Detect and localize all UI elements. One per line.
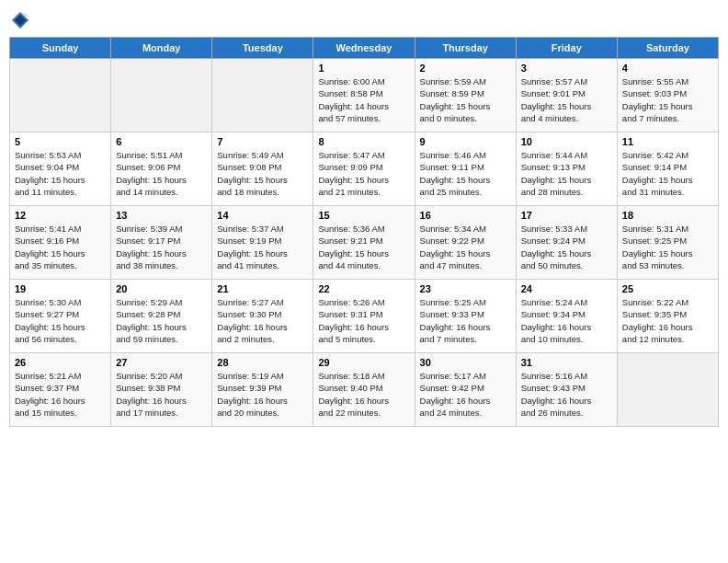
calendar-cell: 2Sunrise: 5:59 AM Sunset: 8:59 PM Daylig… [415,59,516,132]
day-number: 17 [521,210,612,221]
calendar-cell: 16Sunrise: 5:34 AM Sunset: 9:22 PM Dayli… [415,206,516,280]
day-header-sunday: Sunday [10,38,111,59]
day-info: Sunrise: 5:24 AM Sunset: 9:34 PM Dayligh… [521,296,612,345]
day-info: Sunrise: 5:37 AM Sunset: 9:19 PM Dayligh… [217,223,308,271]
calendar-cell: 29Sunrise: 5:18 AM Sunset: 9:40 PM Dayli… [313,353,415,427]
calendar-header-row: SundayMondayTuesdayWednesdayThursdayFrid… [10,38,719,59]
day-info: Sunrise: 5:29 AM Sunset: 9:28 PM Dayligh… [116,296,207,345]
day-info: Sunrise: 5:17 AM Sunset: 9:42 PM Dayligh… [420,370,511,419]
day-info: Sunrise: 5:39 AM Sunset: 9:17 PM Dayligh… [116,223,207,271]
day-number: 1 [318,63,409,74]
day-info: Sunrise: 5:34 AM Sunset: 9:22 PM Dayligh… [420,223,511,271]
calendar-cell: 6Sunrise: 5:51 AM Sunset: 9:06 PM Daylig… [111,132,212,206]
calendar-cell: 31Sunrise: 5:16 AM Sunset: 9:43 PM Dayli… [516,353,617,427]
day-number: 7 [217,136,308,147]
calendar-cell: 4Sunrise: 5:55 AM Sunset: 9:03 PM Daylig… [617,59,718,132]
calendar-cell: 24Sunrise: 5:24 AM Sunset: 9:34 PM Dayli… [516,280,617,353]
day-number: 8 [318,136,409,147]
day-number: 18 [622,210,713,221]
day-number: 28 [217,357,308,368]
day-info: Sunrise: 5:30 AM Sunset: 9:27 PM Dayligh… [15,296,106,345]
day-info: Sunrise: 5:42 AM Sunset: 9:14 PM Dayligh… [622,149,713,198]
day-header-monday: Monday [111,38,212,59]
day-number: 19 [15,283,106,294]
day-info: Sunrise: 5:27 AM Sunset: 9:30 PM Dayligh… [217,296,308,345]
calendar-cell: 27Sunrise: 5:20 AM Sunset: 9:38 PM Dayli… [111,353,212,427]
calendar-cell: 11Sunrise: 5:42 AM Sunset: 9:14 PM Dayli… [617,132,718,206]
day-info: Sunrise: 5:31 AM Sunset: 9:25 PM Dayligh… [622,223,713,271]
day-info: Sunrise: 5:21 AM Sunset: 9:37 PM Dayligh… [15,370,106,419]
calendar-cell: 21Sunrise: 5:27 AM Sunset: 9:30 PM Dayli… [212,280,313,353]
calendar-cell: 3Sunrise: 5:57 AM Sunset: 9:01 PM Daylig… [516,59,617,132]
day-number: 12 [15,210,106,221]
calendar-week-4: 19Sunrise: 5:30 AM Sunset: 9:27 PM Dayli… [10,280,719,353]
day-info: Sunrise: 5:57 AM Sunset: 9:01 PM Dayligh… [521,75,612,124]
day-number: 27 [116,357,207,368]
day-info: Sunrise: 6:00 AM Sunset: 8:58 PM Dayligh… [318,75,409,124]
day-number: 29 [318,357,409,368]
day-number: 13 [116,210,207,221]
day-info: Sunrise: 5:47 AM Sunset: 9:09 PM Dayligh… [318,149,409,198]
calendar-cell: 5Sunrise: 5:53 AM Sunset: 9:04 PM Daylig… [10,132,111,206]
day-number: 15 [318,210,409,221]
calendar-week-1: 1Sunrise: 6:00 AM Sunset: 8:58 PM Daylig… [10,59,719,132]
calendar-cell: 23Sunrise: 5:25 AM Sunset: 9:33 PM Dayli… [415,280,516,353]
calendar-cell [111,59,212,132]
calendar-cell: 28Sunrise: 5:19 AM Sunset: 9:39 PM Dayli… [212,353,313,427]
calendar-cell: 7Sunrise: 5:49 AM Sunset: 9:08 PM Daylig… [212,132,313,206]
logo [9,9,35,31]
calendar-cell: 9Sunrise: 5:46 AM Sunset: 9:11 PM Daylig… [415,132,516,206]
page-header [9,9,719,31]
day-number: 22 [318,283,409,294]
day-number: 31 [521,357,612,368]
day-number: 23 [420,283,511,294]
logo-icon [9,9,31,31]
calendar-week-3: 12Sunrise: 5:41 AM Sunset: 9:16 PM Dayli… [10,206,719,280]
day-number: 9 [420,136,511,147]
day-number: 11 [622,136,713,147]
day-number: 26 [15,357,106,368]
day-number: 2 [420,63,511,74]
calendar-cell: 19Sunrise: 5:30 AM Sunset: 9:27 PM Dayli… [10,280,111,353]
day-info: Sunrise: 5:36 AM Sunset: 9:21 PM Dayligh… [318,223,409,271]
calendar-cell: 15Sunrise: 5:36 AM Sunset: 9:21 PM Dayli… [313,206,415,280]
day-header-thursday: Thursday [415,38,516,59]
day-number: 21 [217,283,308,294]
day-number: 30 [420,357,511,368]
day-info: Sunrise: 5:46 AM Sunset: 9:11 PM Dayligh… [420,149,511,198]
calendar-cell: 12Sunrise: 5:41 AM Sunset: 9:16 PM Dayli… [10,206,111,280]
day-info: Sunrise: 5:44 AM Sunset: 9:13 PM Dayligh… [521,149,612,198]
calendar-cell [617,353,718,427]
day-number: 25 [622,283,713,294]
day-info: Sunrise: 5:16 AM Sunset: 9:43 PM Dayligh… [521,370,612,419]
day-info: Sunrise: 5:26 AM Sunset: 9:31 PM Dayligh… [318,296,409,345]
calendar-cell: 20Sunrise: 5:29 AM Sunset: 9:28 PM Dayli… [111,280,212,353]
calendar-cell: 26Sunrise: 5:21 AM Sunset: 9:37 PM Dayli… [10,353,111,427]
calendar-cell: 13Sunrise: 5:39 AM Sunset: 9:17 PM Dayli… [111,206,212,280]
day-info: Sunrise: 5:53 AM Sunset: 9:04 PM Dayligh… [15,149,106,198]
day-header-wednesday: Wednesday [313,38,415,59]
calendar-cell: 18Sunrise: 5:31 AM Sunset: 9:25 PM Dayli… [617,206,718,280]
day-header-saturday: Saturday [617,38,718,59]
calendar-cell: 17Sunrise: 5:33 AM Sunset: 9:24 PM Dayli… [516,206,617,280]
day-info: Sunrise: 5:33 AM Sunset: 9:24 PM Dayligh… [521,223,612,271]
calendar-cell: 25Sunrise: 5:22 AM Sunset: 9:35 PM Dayli… [617,280,718,353]
day-header-tuesday: Tuesday [212,38,313,59]
calendar-cell [212,59,313,132]
day-info: Sunrise: 5:41 AM Sunset: 9:16 PM Dayligh… [15,223,106,271]
calendar-cell [10,59,111,132]
day-number: 3 [521,63,612,74]
day-info: Sunrise: 5:51 AM Sunset: 9:06 PM Dayligh… [116,149,207,198]
calendar-cell: 10Sunrise: 5:44 AM Sunset: 9:13 PM Dayli… [516,132,617,206]
calendar-cell: 22Sunrise: 5:26 AM Sunset: 9:31 PM Dayli… [313,280,415,353]
calendar-week-5: 26Sunrise: 5:21 AM Sunset: 9:37 PM Dayli… [10,353,719,427]
day-info: Sunrise: 5:18 AM Sunset: 9:40 PM Dayligh… [318,370,409,419]
day-header-friday: Friday [516,38,617,59]
day-info: Sunrise: 5:19 AM Sunset: 9:39 PM Dayligh… [217,370,308,419]
day-number: 14 [217,210,308,221]
calendar-week-2: 5Sunrise: 5:53 AM Sunset: 9:04 PM Daylig… [10,132,719,206]
day-number: 5 [15,136,106,147]
day-number: 20 [116,283,207,294]
day-number: 24 [521,283,612,294]
day-number: 4 [622,63,713,74]
